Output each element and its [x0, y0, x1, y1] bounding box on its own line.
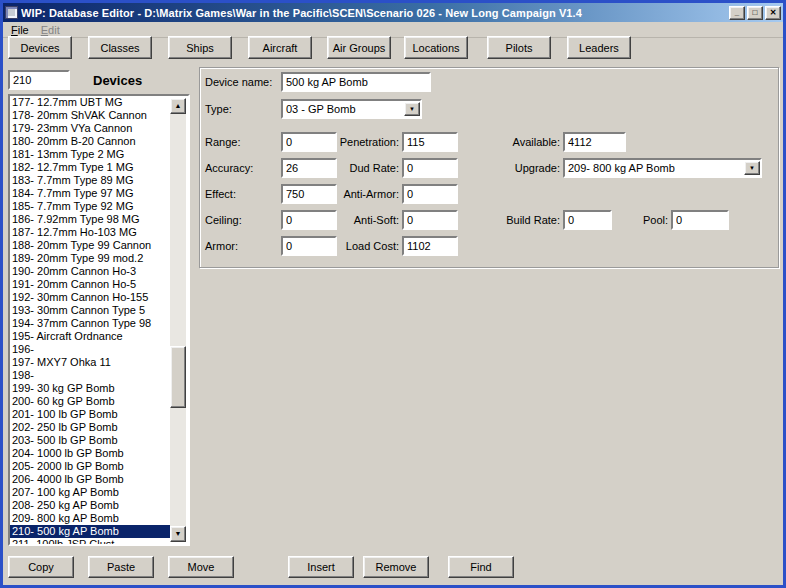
menu-file[interactable]: File: [5, 23, 35, 37]
upgrade-label: Upgrade:: [488, 162, 560, 174]
toolbar-button[interactable]: Leaders: [567, 36, 631, 59]
list-item[interactable]: 195- Aircraft Ordnance: [10, 330, 172, 343]
armor-label: Armor:: [205, 240, 238, 252]
scroll-thumb[interactable]: [170, 346, 186, 408]
anti-armor-input[interactable]: [402, 184, 458, 204]
list-item[interactable]: 209- 800 kg AP Bomb: [10, 512, 172, 525]
bottom-bar-button[interactable]: Move: [168, 556, 234, 578]
list-item[interactable]: 205- 2000 lb GP Bomb: [10, 460, 172, 473]
available-input[interactable]: [563, 132, 626, 152]
type-combobox-value: 03 - GP Bomb: [283, 103, 404, 115]
list-item[interactable]: 190- 20mm Cannon Ho-3: [10, 265, 172, 278]
anti-soft-label: Anti-Soft:: [325, 214, 399, 226]
toolbar-button[interactable]: Air Groups: [327, 36, 391, 59]
toolbar-button[interactable]: Aircraft: [248, 36, 312, 59]
device-name-label: Device name:: [205, 76, 272, 88]
list-item[interactable]: 179- 23mm VYa Cannon: [10, 122, 172, 135]
available-label: Available:: [488, 136, 560, 148]
list-item[interactable]: 184- 7.7mm Type 97 MG: [10, 187, 172, 200]
list-item[interactable]: 202- 250 lb GP Bomb: [10, 421, 172, 434]
list-item[interactable]: 196-: [10, 343, 172, 356]
window-title: WIP: Database Editor - D:\Matrix Games\W…: [21, 7, 726, 19]
list-item[interactable]: 178- 20mm ShVAK Cannon: [10, 109, 172, 122]
app-window: WIP: Database Editor - D:\Matrix Games\W…: [0, 0, 786, 588]
effect-label: Effect:: [205, 188, 236, 200]
bottom-bar-button[interactable]: Remove: [363, 556, 429, 578]
list-item[interactable]: 194- 37mm Cannon Type 98: [10, 317, 172, 330]
upgrade-combobox-value: 209- 800 kg AP Bomb: [565, 162, 744, 174]
dud-rate-input[interactable]: [402, 158, 458, 178]
window-controls: _ □ ✕: [729, 6, 781, 20]
app-icon: [5, 6, 18, 19]
vertical-scrollbar[interactable]: ▲ ▼: [170, 98, 186, 542]
list-item[interactable]: 199- 30 kg GP Bomb: [10, 382, 172, 395]
anti-soft-input[interactable]: [402, 210, 458, 230]
load-cost-label: Load Cost:: [325, 240, 399, 252]
list-item[interactable]: 201- 100 lb GP Bomb: [10, 408, 172, 421]
maximize-button[interactable]: □: [747, 6, 763, 20]
list-item[interactable]: 197- MXY7 Ohka 11: [10, 356, 172, 369]
build-rate-input[interactable]: [563, 210, 612, 230]
close-button[interactable]: ✕: [765, 6, 781, 20]
list-item[interactable]: 189- 20mm Type 99 mod.2: [10, 252, 172, 265]
list-item[interactable]: 210- 500 kg AP Bomb: [10, 525, 172, 538]
penetration-label: Penetration:: [325, 136, 399, 148]
list-item[interactable]: 206- 4000 lb GP Bomb: [10, 473, 172, 486]
bottom-bar-button[interactable]: Find: [448, 556, 514, 578]
type-combobox[interactable]: 03 - GP Bomb ▼: [281, 99, 422, 119]
toolbar-button[interactable]: Ships: [168, 36, 232, 59]
penetration-input[interactable]: [402, 132, 458, 152]
list-item[interactable]: 211- 100lb JSP Clust: [10, 538, 172, 544]
bottom-bar-button[interactable]: Insert: [288, 556, 354, 578]
bottom-bar-button[interactable]: Paste: [88, 556, 154, 578]
list-item[interactable]: 185- 7.7mm Type 92 MG: [10, 200, 172, 213]
list-item[interactable]: 186- 7.92mm Type 98 MG: [10, 213, 172, 226]
list-item[interactable]: 198-: [10, 369, 172, 382]
upgrade-combobox[interactable]: 209- 800 kg AP Bomb ▼: [563, 158, 762, 178]
ceiling-label: Ceiling:: [205, 214, 242, 226]
toolbar-button[interactable]: Pilots: [487, 36, 551, 59]
devices-heading: Devices: [93, 73, 142, 88]
anti-armor-label: Anti-Armor:: [325, 188, 399, 200]
type-label: Type:: [205, 103, 232, 115]
build-rate-label: Build Rate:: [488, 214, 560, 226]
list-item[interactable]: 177- 12.7mm UBT MG: [10, 96, 172, 109]
minimize-button[interactable]: _: [729, 6, 745, 20]
toolbar-button[interactable]: Locations: [404, 36, 468, 59]
bottom-bar-button[interactable]: Copy: [8, 556, 74, 578]
accuracy-label: Accuracy:: [205, 162, 253, 174]
pool-input[interactable]: [671, 210, 729, 230]
dropdown-arrow-icon[interactable]: ▼: [744, 161, 760, 175]
device-index-input[interactable]: [8, 70, 70, 90]
toolbar-button[interactable]: Devices: [8, 36, 72, 59]
list-item[interactable]: 200- 60 kg GP Bomb: [10, 395, 172, 408]
title-bar[interactable]: WIP: Database Editor - D:\Matrix Games\W…: [3, 3, 783, 22]
scroll-down-icon[interactable]: ▼: [170, 526, 186, 542]
toolbar-button[interactable]: Classes: [88, 36, 152, 59]
list-item[interactable]: 193- 30mm Cannon Type 5: [10, 304, 172, 317]
list-item[interactable]: 182- 12.7mm Type 1 MG: [10, 161, 172, 174]
list-item[interactable]: 204- 1000 lb GP Bomb: [10, 447, 172, 460]
devices-listbox: 177- 12.7mm UBT MG178- 20mm ShVAK Cannon…: [8, 94, 190, 546]
list-item[interactable]: 188- 20mm Type 99 Cannon: [10, 239, 172, 252]
pool-label: Pool:: [638, 214, 668, 226]
list-item[interactable]: 183- 7.7mm Type 89 MG: [10, 174, 172, 187]
load-cost-input[interactable]: [402, 236, 458, 256]
scroll-up-icon[interactable]: ▲: [170, 98, 186, 114]
list-item[interactable]: 181- 13mm Type 2 MG: [10, 148, 172, 161]
list-item[interactable]: 187- 12.7mm Ho-103 MG: [10, 226, 172, 239]
list-item[interactable]: 191- 20mm Cannon Ho-5: [10, 278, 172, 291]
list-item[interactable]: 203- 500 lb GP Bomb: [10, 434, 172, 447]
dud-rate-label: Dud Rate:: [325, 162, 399, 174]
list-item[interactable]: 192- 30mm Cannon Ho-155: [10, 291, 172, 304]
range-label: Range:: [205, 136, 240, 148]
devices-list: 177- 12.7mm UBT MG178- 20mm ShVAK Cannon…: [10, 96, 172, 544]
list-item[interactable]: 207- 100 kg AP Bomb: [10, 486, 172, 499]
device-name-input[interactable]: [281, 72, 431, 92]
list-item[interactable]: 208- 250 kg AP Bomb: [10, 499, 172, 512]
dropdown-arrow-icon[interactable]: ▼: [404, 102, 420, 116]
menu-edit[interactable]: Edit: [35, 23, 66, 37]
list-item[interactable]: 180- 20mm B-20 Cannon: [10, 135, 172, 148]
